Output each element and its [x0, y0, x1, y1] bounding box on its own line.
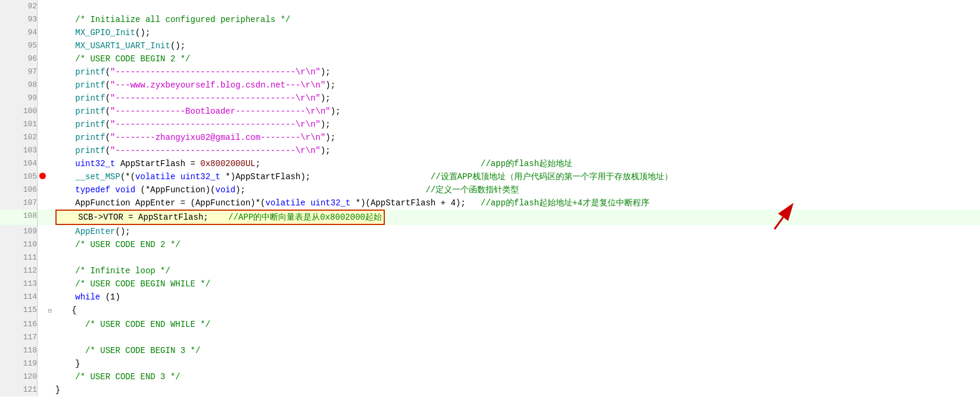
code-content: /* USER CODE BEGIN 2 */	[48, 52, 980, 65]
code-content: /* Infinite loop */	[48, 264, 980, 277]
code-line: 97 printf("-----------------------------…	[0, 65, 980, 79]
line-number: 97	[0, 65, 38, 79]
breakpoint-cell	[38, 277, 48, 291]
breakpoint-cell	[38, 92, 48, 105]
code-content: while (1)	[48, 291, 980, 304]
code-content: printf("--------zhangyixu02@gmail.com---…	[48, 131, 980, 144]
code-content	[48, 251, 980, 264]
line-number: 120	[0, 370, 38, 383]
code-line: 95 MX_USART1_UART_Init();	[0, 39, 980, 52]
line-number: 96	[0, 52, 38, 65]
line-number: 102	[0, 131, 38, 144]
code-line: 104 uint32_t AppStartFlash = 0x8002000UL…	[0, 157, 980, 170]
line-number: 108	[0, 210, 38, 225]
breakpoint-cell	[38, 144, 48, 157]
line-number: 100	[0, 105, 38, 118]
code-line: 96 /* USER CODE BEGIN 2 */	[0, 52, 980, 65]
line-number: 99	[0, 92, 38, 105]
code-line: 121}	[0, 383, 980, 396]
code-content: MX_GPIO_Init();	[48, 26, 980, 39]
breakpoint-cell	[38, 291, 48, 304]
breakpoint-cell	[38, 304, 48, 318]
code-line: 114 while (1)	[0, 291, 980, 304]
highlighted-code-box: SCB->VTOR = AppStartFlash; //APP的中断向量表是从…	[55, 210, 385, 225]
line-number: 113	[0, 277, 38, 291]
line-number: 110	[0, 238, 38, 251]
breakpoint-dot	[39, 173, 46, 179]
code-content: MX_USART1_UART_Init();	[48, 39, 980, 52]
code-line: 103 printf("----------------------------…	[0, 144, 980, 157]
breakpoint-cell	[38, 170, 48, 183]
code-content: /* USER CODE END WHILE */	[48, 318, 980, 331]
breakpoint-cell	[38, 131, 48, 144]
breakpoint-cell	[38, 26, 48, 39]
breakpoint-cell	[38, 79, 48, 92]
code-line: 100 printf("--------------Bootloader----…	[0, 105, 980, 118]
breakpoint-cell	[38, 0, 48, 13]
line-number: 105	[0, 170, 38, 183]
code-content: __set_MSP(*(volatile uint32_t *)AppStart…	[48, 170, 980, 183]
code-content: AppEnter();	[48, 225, 980, 238]
code-content: /* Initialize all configured peripherals…	[48, 13, 980, 26]
code-content: printf("---www.zyxbeyourself.blog.csdn.n…	[48, 79, 980, 92]
code-content: /* USER CODE END 3 */	[48, 370, 980, 383]
line-number: 121	[0, 383, 38, 396]
code-line: 117	[0, 331, 980, 344]
code-content: printf("--------------------------------…	[48, 144, 980, 157]
code-content: printf("--------------------------------…	[48, 118, 980, 131]
breakpoint-cell	[38, 370, 48, 383]
code-line: 94 MX_GPIO_Init();	[0, 26, 980, 39]
line-number: 106	[0, 183, 38, 196]
code-content: ⊟ {	[48, 304, 980, 318]
line-number: 104	[0, 157, 38, 170]
breakpoint-cell	[38, 318, 48, 331]
code-editor: 9293 /* Initialize all configured periph…	[0, 0, 980, 396]
line-number: 92	[0, 0, 38, 13]
code-line: 118 /* USER CODE BEGIN 3 */	[0, 344, 980, 357]
breakpoint-cell	[38, 183, 48, 196]
line-number: 112	[0, 264, 38, 277]
breakpoint-cell	[38, 264, 48, 277]
line-number: 119	[0, 357, 38, 370]
code-line: 107 AppFunction AppEnter = (AppFunction)…	[0, 196, 980, 210]
breakpoint-cell	[38, 105, 48, 118]
code-content: typedef void (*AppFunction)(void); //定义一…	[48, 183, 980, 196]
line-number: 114	[0, 291, 38, 304]
code-line: 110 /* USER CODE END 2 */	[0, 238, 980, 251]
code-line: 120 /* USER CODE END 3 */	[0, 370, 980, 383]
code-line: 113 /* USER CODE BEGIN WHILE */	[0, 277, 980, 291]
breakpoint-cell	[38, 344, 48, 357]
line-number: 111	[0, 251, 38, 264]
code-table: 9293 /* Initialize all configured periph…	[0, 0, 980, 396]
code-line: 101 printf("----------------------------…	[0, 118, 980, 131]
line-number: 103	[0, 144, 38, 157]
breakpoint-cell	[38, 52, 48, 65]
code-line: 111	[0, 251, 980, 264]
breakpoint-cell	[38, 210, 48, 225]
code-content: AppFunction AppEnter = (AppFunction)*(vo…	[48, 196, 980, 210]
breakpoint-cell	[38, 39, 48, 52]
line-number: 109	[0, 225, 38, 238]
line-number: 95	[0, 39, 38, 52]
breakpoint-cell	[38, 383, 48, 396]
breakpoint-cell	[38, 357, 48, 370]
line-number: 93	[0, 13, 38, 26]
code-content: /* USER CODE BEGIN WHILE */	[48, 277, 980, 291]
code-line: 102 printf("--------zhangyixu02@gmail.co…	[0, 131, 980, 144]
code-line: 112 /* Infinite loop */	[0, 264, 980, 277]
code-line: 106 typedef void (*AppFunction)(void); /…	[0, 183, 980, 196]
code-line: 116 /* USER CODE END WHILE */	[0, 318, 980, 331]
code-line: 98 printf("---www.zyxbeyourself.blog.csd…	[0, 79, 980, 92]
code-content: /* USER CODE BEGIN 3 */	[48, 344, 980, 357]
breakpoint-cell	[38, 118, 48, 131]
code-line: 119 }	[0, 357, 980, 370]
breakpoint-cell	[38, 251, 48, 264]
code-line: 99 printf("-----------------------------…	[0, 92, 980, 105]
breakpoint-cell	[38, 65, 48, 79]
code-content: printf("--------------------------------…	[48, 65, 980, 79]
breakpoint-cell	[38, 196, 48, 210]
line-number: 94	[0, 26, 38, 39]
code-content	[48, 0, 980, 13]
code-line: 93 /* Initialize all configured peripher…	[0, 13, 980, 26]
code-content: }	[48, 357, 980, 370]
